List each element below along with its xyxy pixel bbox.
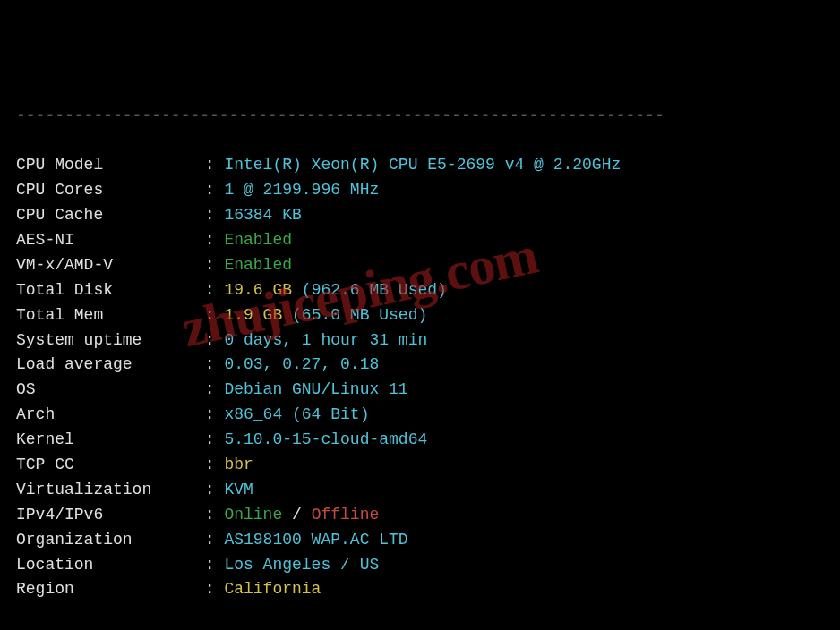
row-label: AES-NI (16, 228, 195, 253)
row-label: VM-x/AMD-V (16, 253, 195, 278)
row-label: Total Mem (16, 303, 195, 328)
info-row: CPU Cores : 1 @ 2199.996 MHz (16, 178, 824, 203)
row-value-sep: / (282, 506, 311, 524)
row-label: Virtualization (16, 478, 195, 503)
colon: : (195, 481, 224, 498)
colon: : (195, 506, 224, 524)
colon: : (195, 556, 224, 574)
colon: : (195, 430, 224, 448)
row-value-cyan: AS198100 WAP.AC LTD (224, 531, 407, 549)
system-info-section: CPU Model : Intel(R) Xeon(R) CPU E5-2699… (16, 153, 824, 602)
info-row: System uptime : 0 days, 1 hour 31 min (16, 328, 824, 353)
row-label: Total Disk (16, 278, 195, 303)
colon: : (195, 181, 224, 199)
row-value-cyan: Los Angeles / US (224, 556, 379, 574)
row-label: CPU Cores (16, 178, 195, 203)
row-value-yellow: bbr (224, 455, 253, 473)
info-row: Location : Los Angeles / US (16, 553, 824, 578)
row-label: Load average (16, 353, 195, 378)
colon: : (195, 156, 224, 174)
row-value-cyan: (962.6 MB Used) (302, 281, 447, 299)
row-label: TCP CC (16, 453, 195, 478)
row-label: Organization (16, 528, 195, 553)
info-row: OS : Debian GNU/Linux 11 (16, 378, 824, 403)
divider-top: ----------------------------------------… (16, 104, 824, 129)
row-value-green: Online (224, 506, 282, 524)
row-value-cyan: 5.10.0-15-cloud-amd64 (224, 430, 427, 448)
row-value-yellow: 19.6 GB (224, 281, 301, 299)
info-row: Region : California (16, 577, 824, 602)
colon: : (195, 256, 224, 274)
row-label: Region (16, 577, 195, 602)
row-value-yellow: California (224, 580, 321, 598)
row-value-cyan: 16384 KB (224, 206, 301, 224)
info-row: Arch : x86_64 (64 Bit) (16, 403, 824, 428)
colon: : (195, 580, 224, 598)
info-row: Virtualization : KVM (16, 478, 824, 503)
row-label: OS (16, 378, 195, 403)
info-row: AES-NI : Enabled (16, 228, 824, 253)
info-row: TCP CC : bbr (16, 453, 824, 478)
row-value-cyan: (65.0 MB Used) (292, 306, 427, 324)
row-value-cyan: x86_64 (64 Bit) (224, 405, 369, 423)
row-label: IPv4/IPv6 (16, 503, 195, 528)
row-value-green: Enabled (224, 231, 292, 249)
row-value-cyan: KVM (224, 481, 253, 498)
row-value-cyan: 0.03, 0.27, 0.18 (224, 355, 379, 373)
info-row: IPv4/IPv6 : Online / Offline (16, 503, 824, 528)
colon: : (195, 531, 224, 549)
row-value-green: Enabled (224, 256, 292, 274)
info-row: Kernel : 5.10.0-15-cloud-amd64 (16, 428, 824, 453)
info-row: CPU Model : Intel(R) Xeon(R) CPU E5-2699… (16, 153, 824, 178)
info-row: Total Disk : 19.6 GB (962.6 MB Used) (16, 278, 824, 303)
row-value-cyan: Intel(R) Xeon(R) CPU E5-2699 v4 @ 2.20GH… (224, 156, 621, 174)
row-label: System uptime (16, 328, 195, 353)
row-value-cyan: Debian GNU/Linux 11 (224, 380, 407, 398)
row-label: Location (16, 553, 195, 578)
info-row: Total Mem : 1.9 GB (65.0 MB Used) (16, 303, 824, 328)
colon: : (195, 380, 224, 398)
colon: : (195, 281, 224, 299)
colon: : (195, 355, 224, 373)
row-value-cyan: 0 days, 1 hour 31 min (224, 331, 427, 349)
colon: : (195, 405, 224, 423)
colon: : (195, 455, 224, 473)
row-value-cyan: 1 @ 2199.996 MHz (224, 181, 379, 199)
row-value-yellow: 1.9 GB (224, 306, 292, 324)
info-row: CPU Cache : 16384 KB (16, 203, 824, 228)
info-row: VM-x/AMD-V : Enabled (16, 253, 824, 278)
colon: : (195, 306, 224, 324)
row-label: Arch (16, 403, 195, 428)
row-label: CPU Model (16, 153, 195, 178)
info-row: Load average : 0.03, 0.27, 0.18 (16, 353, 824, 378)
colon: : (195, 231, 224, 249)
row-label: Kernel (16, 428, 195, 453)
info-row: Organization : AS198100 WAP.AC LTD (16, 528, 824, 553)
colon: : (195, 206, 224, 224)
row-value-red: Offline (312, 506, 380, 524)
colon: : (195, 331, 224, 349)
row-label: CPU Cache (16, 203, 195, 228)
